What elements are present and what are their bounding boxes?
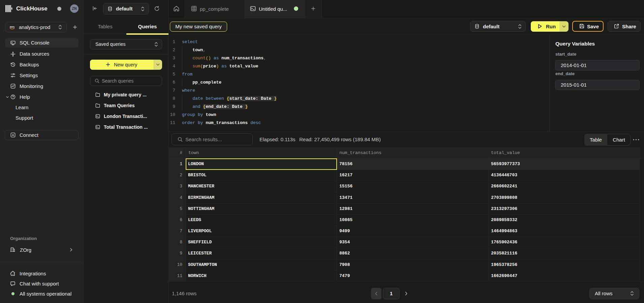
svg-text:aws: aws — [10, 25, 14, 28]
